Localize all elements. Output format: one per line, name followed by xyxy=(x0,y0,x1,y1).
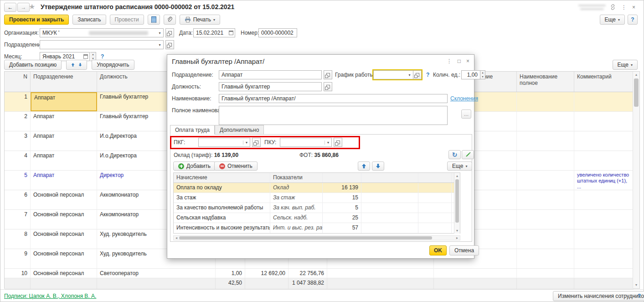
move-down-icon[interactable] xyxy=(78,62,82,68)
scroll-left-icon[interactable]: ◂ xyxy=(174,236,179,240)
table-scrollbar[interactable]: ▴ ▾ xyxy=(633,72,639,288)
schedule-help[interactable]: ? xyxy=(426,72,429,78)
department-field[interactable]: ▾ xyxy=(40,40,164,49)
accrual-row[interactable]: За стаж За стаж 15 xyxy=(174,193,460,203)
add-position-button[interactable]: Добавить позицию xyxy=(4,60,62,70)
pkg-open-button[interactable] xyxy=(252,138,261,147)
header-accrual[interactable]: Начисление xyxy=(174,173,270,182)
quantity-stepper[interactable]: ▴ ▾ xyxy=(480,70,485,79)
calendar-icon[interactable] xyxy=(229,31,233,35)
chevron-down-icon: ▾ xyxy=(213,18,215,22)
attachments-button[interactable] xyxy=(164,15,176,25)
dialog-department-open-button[interactable] xyxy=(324,70,332,79)
write-button[interactable]: Записать xyxy=(72,15,106,25)
post-and-close-button[interactable]: Провести и закрыть xyxy=(4,15,69,25)
full-name-field[interactable] xyxy=(219,106,448,125)
accrual-down-button[interactable] xyxy=(372,161,384,171)
dialog-department-field[interactable]: Аппарат xyxy=(219,70,322,79)
table-row[interactable]: 10 Основной персонал Светооператор 1,00 … xyxy=(5,269,634,278)
move-buttons[interactable] xyxy=(66,60,87,70)
table-more-button[interactable]: Еще▾ xyxy=(613,60,638,70)
maximize-icon[interactable]: □ xyxy=(458,58,461,64)
favorite-star-icon[interactable]: ★ xyxy=(29,2,35,11)
forward-button[interactable]: → xyxy=(17,3,30,12)
cell-n: 10 xyxy=(5,269,31,278)
pku-field[interactable]: ▾ xyxy=(280,138,332,147)
department-open-button[interactable] xyxy=(165,40,174,49)
header-indicators[interactable]: Показатели xyxy=(270,173,323,182)
accrual-row[interactable]: За качество выполняемой работы За кач. в… xyxy=(174,203,460,213)
close-icon[interactable]: × xyxy=(632,4,635,10)
scroll-up-icon[interactable]: ▴ xyxy=(633,73,639,77)
org-open-button[interactable] xyxy=(165,28,174,37)
header-comment[interactable]: Комментарий xyxy=(574,72,634,92)
date-value: 15.02.2021 xyxy=(194,30,229,36)
cell-department-active[interactable]: Аппарат xyxy=(31,92,97,111)
help-button[interactable]: ? xyxy=(628,15,638,25)
accruals-scrollbar[interactable]: ▴ ▾ xyxy=(454,173,460,234)
header-full-name[interactable]: Наименование полное xyxy=(517,72,574,92)
dialog-cancel-button[interactable]: Отмена xyxy=(449,245,479,255)
scrollbar-thumb[interactable] xyxy=(634,78,639,107)
tab-payment[interactable]: Оплата труда xyxy=(170,125,215,135)
scroll-down-icon[interactable]: ▾ xyxy=(633,283,639,287)
change-accruals-button[interactable]: Изменить начисления сотрудников xyxy=(553,291,644,301)
schedule-input[interactable]: ▾ xyxy=(373,70,413,79)
scrollbar-thumb[interactable] xyxy=(455,179,459,223)
accrual-more-button[interactable]: Еще▾ xyxy=(447,161,472,171)
ok-button[interactable]: OK xyxy=(429,245,447,255)
number-field[interactable]: 0000-000002 xyxy=(258,28,297,37)
refresh-button[interactable]: ↻ xyxy=(448,150,461,159)
link-icon[interactable] xyxy=(610,4,616,10)
quantity-field[interactable]: 1,00 xyxy=(461,70,480,79)
header-department[interactable]: Подразделение xyxy=(31,72,97,92)
scroll-right-icon[interactable]: ▸ xyxy=(454,236,460,240)
cell-n: 7 xyxy=(5,210,31,229)
spin-down-icon: ▾ xyxy=(480,75,485,79)
add-accrual-button[interactable]: Добавить xyxy=(173,161,216,171)
dialog-position-open-button[interactable] xyxy=(324,82,332,91)
dialog-position-field[interactable]: Главный бухгалтер xyxy=(219,82,322,91)
more-button[interactable]: Еще▾ xyxy=(600,15,625,25)
footer-help[interactable]: ? xyxy=(638,293,641,299)
accrual-row[interactable]: Оплата по окладу Оклад 16 139 xyxy=(174,183,460,193)
kebab-menu-icon[interactable]: ⋮ xyxy=(447,58,452,64)
month-help[interactable]: ? xyxy=(101,53,104,60)
cell-salary: 12 692,00 xyxy=(245,269,289,278)
schedule-open-button[interactable] xyxy=(413,70,422,79)
accrual-row[interactable]: Сельская надбавка Сельск. надб. 25 xyxy=(174,213,460,223)
report-structure-button[interactable] xyxy=(148,15,160,25)
scroll-down-icon[interactable]: ▾ xyxy=(454,229,460,233)
date-field[interactable]: 15.02.2021 xyxy=(193,28,235,37)
print-button[interactable]: Печать ▾ xyxy=(180,15,220,25)
scroll-up-icon[interactable]: ▴ xyxy=(454,174,460,178)
cancel-accrual-button[interactable]: Отменить xyxy=(214,161,258,171)
back-button[interactable]: ← xyxy=(4,3,16,12)
pku-open-button[interactable] xyxy=(334,138,342,147)
sort-button[interactable]: Упорядочить xyxy=(92,60,134,70)
header-n[interactable]: N xyxy=(5,72,31,92)
full-name-ellipsis-button[interactable]: ... xyxy=(461,109,471,119)
org-field[interactable]: МКУК ' ▾ xyxy=(40,28,164,37)
tab-additional[interactable]: Дополнительно xyxy=(215,125,264,135)
pkg-field[interactable]: ▾ xyxy=(198,138,250,147)
accrual-up-button[interactable] xyxy=(358,161,370,171)
minus-icon xyxy=(219,163,225,169)
signatures-link[interactable]: Подписи: Цапок А. В., Хлопоня В. А. xyxy=(4,293,96,299)
accruals-hscrollbar[interactable]: ◂ ▸ xyxy=(173,235,460,240)
chevron-down-icon: ▾ xyxy=(618,18,620,22)
dialog-position-label: Должность: xyxy=(172,83,201,90)
edit-button[interactable] xyxy=(462,150,474,159)
accrual-row[interactable]: Интенсивность и высокие результаты раб..… xyxy=(174,223,460,233)
post-button[interactable]: Провести xyxy=(110,15,144,25)
accrual-value: 5 xyxy=(323,203,361,213)
move-up-icon[interactable] xyxy=(71,62,75,68)
declensions-link[interactable]: Склонения xyxy=(450,95,478,102)
calendar-icon[interactable] xyxy=(83,54,88,59)
cell-department: Аппарат xyxy=(31,151,97,170)
dialog-name-field[interactable]: Главный бухгалтер /Аппарат/ xyxy=(219,94,448,103)
kebab-menu-icon[interactable]: ⋮ xyxy=(621,4,627,10)
hscrollbar-thumb[interactable] xyxy=(179,236,432,240)
close-icon[interactable]: × xyxy=(466,58,469,64)
schedule-field-highlighted[interactable]: ▾ xyxy=(372,69,422,80)
